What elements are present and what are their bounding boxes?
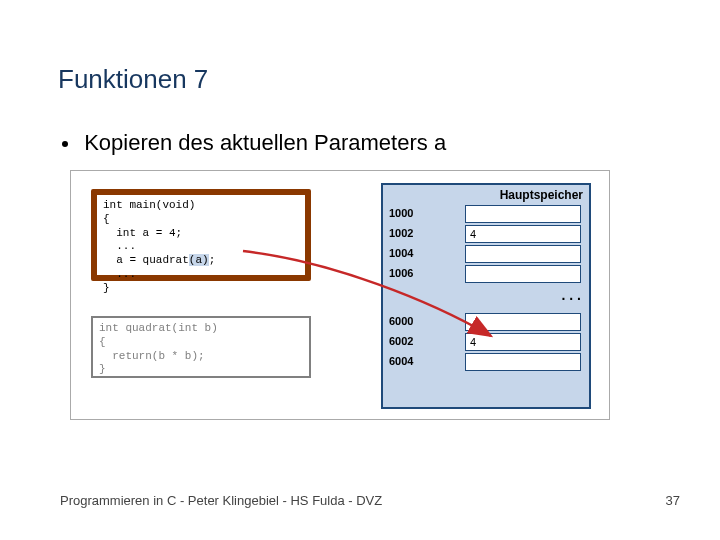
memory-row: 1002 4	[383, 225, 589, 245]
memory-row: 6000	[383, 313, 589, 333]
memory-cell	[465, 245, 581, 263]
memory-cell: 4	[465, 333, 581, 351]
memory-addr: 6000	[389, 315, 413, 327]
code-highlight: (a)	[189, 254, 209, 266]
bullet-dot-icon	[62, 141, 68, 147]
page-number: 37	[666, 493, 680, 508]
memory-row: 6002 4	[383, 333, 589, 353]
memory-header: Hauptspeicher	[383, 185, 589, 205]
memory-cell	[465, 353, 581, 371]
memory-addr: 1000	[389, 207, 413, 219]
footer-text: Programmieren in C - Peter Klingebiel - …	[60, 493, 382, 508]
memory-addr: 1006	[389, 267, 413, 279]
memory-row: 1006	[383, 265, 589, 285]
memory-addr: 1002	[389, 227, 413, 239]
code-func-frame: int quadrat(int b) { return(b * b); }	[91, 316, 311, 378]
memory-addr: 1004	[389, 247, 413, 259]
code-main: int main(void) { int a = 4; ... a = quad…	[97, 195, 305, 299]
memory-row: 1000	[383, 205, 589, 225]
memory-addr: 6004	[389, 355, 413, 367]
memory-row: 1004	[383, 245, 589, 265]
code-func: int quadrat(int b) { return(b * b); }	[93, 318, 309, 381]
memory-row: 6004	[383, 353, 589, 373]
bullet-text: Kopieren des aktuellen Parameters a	[84, 130, 446, 155]
memory-ellipsis: . . .	[383, 285, 589, 305]
memory-cell	[465, 205, 581, 223]
memory-cell: 4	[465, 225, 581, 243]
bullet-line: Kopieren des aktuellen Parameters a	[62, 130, 446, 156]
memory-addr: 6002	[389, 335, 413, 347]
memory-cell	[465, 313, 581, 331]
memory-cell	[465, 265, 581, 283]
code-main-frame: int main(void) { int a = 4; ... a = quad…	[91, 189, 311, 281]
slide-title: Funktionen 7	[58, 64, 208, 95]
memory-panel: Hauptspeicher 1000 1002 4 1004 1006 . . …	[381, 183, 591, 409]
diagram-container: int main(void) { int a = 4; ... a = quad…	[70, 170, 610, 420]
